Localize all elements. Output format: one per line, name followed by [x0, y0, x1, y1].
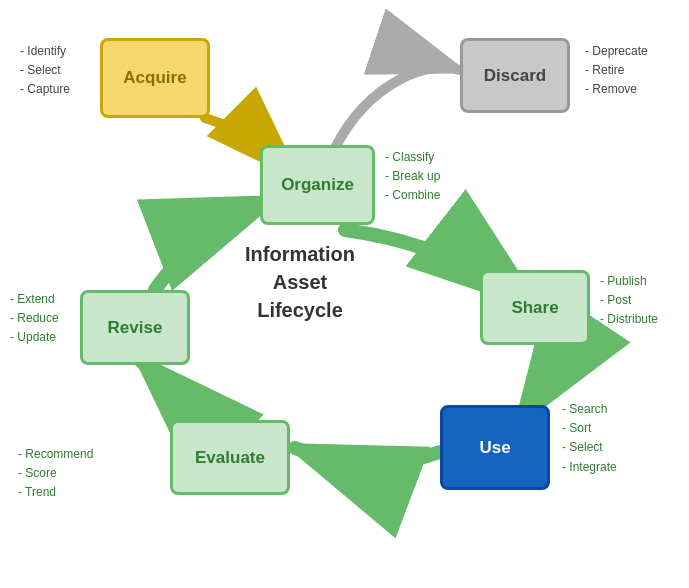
diagram: Acquire Discard Organize Share Use Evalu… — [0, 0, 689, 588]
center-line1: Information — [200, 240, 400, 268]
share-label: Share — [511, 298, 558, 318]
center-line3: Lifecycle — [200, 296, 400, 324]
organize-label: Organize — [281, 175, 354, 195]
annotation-use: - Search - Sort - Select - Integrate — [562, 400, 617, 477]
evaluate-label: Evaluate — [195, 448, 265, 468]
annotation-acquire: - Identify - Select - Capture — [20, 42, 70, 100]
node-share: Share — [480, 270, 590, 345]
annotation-revise: - Extend - Reduce - Update — [10, 290, 59, 348]
annotation-share: - Publish - Post - Distribute — [600, 272, 658, 330]
node-revise: Revise — [80, 290, 190, 365]
center-line2: Asset — [200, 268, 400, 296]
node-use: Use — [440, 405, 550, 490]
use-label: Use — [479, 438, 510, 458]
node-acquire: Acquire — [100, 38, 210, 118]
acquire-label: Acquire — [123, 68, 186, 88]
node-discard: Discard — [460, 38, 570, 113]
revise-label: Revise — [108, 318, 163, 338]
node-organize: Organize — [260, 145, 375, 225]
node-evaluate: Evaluate — [170, 420, 290, 495]
annotation-evaluate: - Recommend - Score - Trend — [18, 445, 93, 503]
center-label: Information Asset Lifecycle — [200, 240, 400, 324]
annotation-organize: - Classify - Break up - Combine — [385, 148, 440, 206]
annotation-discard: - Deprecate - Retire - Remove — [585, 42, 648, 100]
discard-label: Discard — [484, 66, 546, 86]
